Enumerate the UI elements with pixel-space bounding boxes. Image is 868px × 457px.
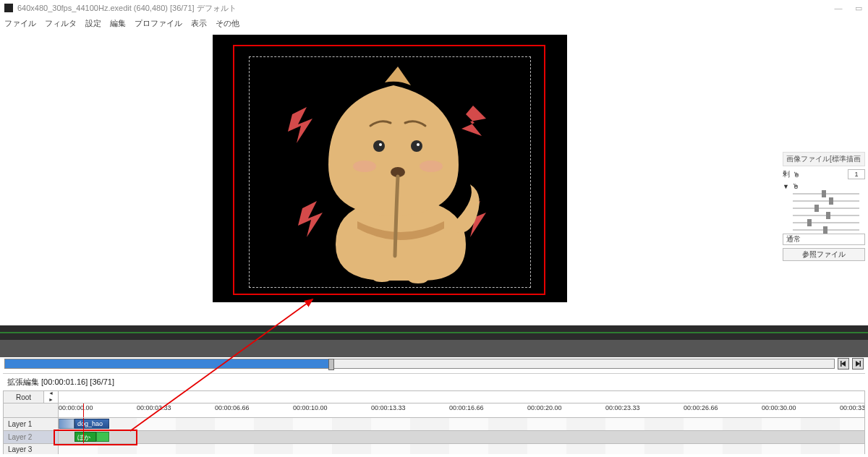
svg-marker-11 — [841, 361, 846, 367]
layer-2-label[interactable]: Layer 2 — [4, 431, 59, 443]
reference-file-button[interactable]: 参照ファイル — [783, 248, 865, 261]
playback-scrubber[interactable] — [4, 359, 835, 369]
svg-point-4 — [373, 140, 385, 152]
scrub-handle[interactable] — [328, 359, 334, 370]
scrub-progress — [5, 359, 328, 368]
scroll-right-icon[interactable]: ► — [44, 397, 59, 403]
menu-file[interactable]: ファイル — [4, 18, 36, 29]
menu-profile[interactable]: プロファイル — [135, 18, 182, 29]
extended-edit-panel: 拡張編集 [00:00:01.16] [36/71] Root ◄ ► 00:0… — [3, 373, 865, 454]
clip-fade[interactable] — [59, 419, 75, 429]
playhead-l2 — [83, 431, 84, 443]
tick-9: 00:00:30.00 — [762, 404, 796, 411]
app-icon — [4, 4, 13, 12]
sliders — [783, 193, 865, 231]
svg-point-8 — [353, 161, 376, 172]
ruler-gutter — [4, 403, 59, 417]
scrubber-row — [0, 357, 868, 370]
slider-3[interactable] — [793, 208, 859, 209]
panel-title: 画像ファイル[標準描画 — [783, 152, 865, 166]
window-title: 640x480_30fps_44100Hz.exedit (640,480) [… — [17, 3, 833, 14]
layer-1-label[interactable]: Layer 1 — [4, 418, 59, 430]
slider-5[interactable] — [793, 222, 859, 223]
preview-area — [0, 30, 780, 325]
tick-5: 00:00:16.66 — [449, 404, 484, 411]
svg-point-9 — [420, 161, 443, 172]
layer-1-track[interactable]: dog_hao — [59, 418, 864, 430]
tick-3: 00:00:10.00 — [293, 404, 328, 411]
menu-bar: ファイル フィルタ 設定 編集 プロファイル 表示 その他 — [0, 16, 868, 30]
clip-bokashi[interactable]: ぼかし — [75, 432, 96, 442]
svg-marker-2 — [298, 201, 323, 237]
playhead-l1 — [83, 418, 84, 430]
clip-dog[interactable]: dog_hao — [75, 419, 109, 429]
slider-1[interactable] — [793, 193, 859, 195]
ext-edit-title: 拡張編集 [00:00:01.16] [36/71] — [3, 374, 865, 390]
menu-settings[interactable]: 設定 — [85, 18, 101, 29]
layer-row-2: Layer 2 ぼかし — [3, 431, 865, 444]
ruler-labels: 00:00:00.00 00:00:03.33 00:00:06.66 00:0… — [59, 403, 864, 417]
blend-mode-select[interactable]: 通常 — [783, 234, 865, 245]
svg-point-6 — [379, 143, 382, 146]
main-area: 画像ファイル[標準描画 剰 🖱 1 ▼ 🖱 通常 参照ファイル — [0, 30, 868, 325]
tick-2: 00:00:06.66 — [215, 404, 250, 411]
svg-rect-12 — [841, 361, 842, 367]
minimize-button[interactable]: — — [833, 4, 843, 13]
layer-row-3: Layer 3 — [3, 444, 865, 454]
step-forward-button[interactable] — [852, 358, 864, 370]
maximize-button[interactable]: ▭ — [854, 4, 864, 13]
svg-marker-13 — [856, 361, 860, 367]
svg-rect-14 — [860, 361, 861, 367]
preview-canvas[interactable] — [213, 35, 567, 302]
split-label: 剰 — [783, 169, 790, 179]
tick-7: 00:00:23.33 — [605, 404, 640, 411]
tick-8: 00:00:26.66 — [684, 404, 718, 411]
time-ruler[interactable]: 00:00:00.00 00:00:03.33 00:00:06.66 00:0… — [3, 403, 865, 418]
dog-illustration — [249, 56, 531, 288]
layer-3-track[interactable] — [59, 444, 864, 454]
properties-panel: 画像ファイル[標準描画 剰 🖱 1 ▼ 🖱 通常 参照ファイル — [780, 30, 868, 325]
svg-point-5 — [411, 140, 422, 152]
tick-1: 00:00:03.33 — [137, 404, 171, 411]
collapse-arrow-icon[interactable]: ▼ — [783, 183, 789, 190]
ext-header: Root ◄ ► — [3, 390, 865, 403]
slider-2[interactable] — [793, 200, 859, 202]
svg-marker-1 — [461, 106, 486, 136]
svg-point-7 — [417, 143, 420, 146]
tick-10: 00:00:33.3 — [840, 404, 864, 411]
layer-row-1: Layer 1 dog_hao — [3, 418, 865, 431]
video-strip — [0, 340, 868, 357]
svg-marker-0 — [288, 107, 312, 143]
menu-view[interactable]: 表示 — [191, 18, 207, 29]
split-row: 剰 🖱 1 — [783, 169, 865, 179]
menu-edit[interactable]: 編集 — [110, 18, 126, 29]
mouse-icon: 🖱 — [793, 171, 800, 179]
menu-filter[interactable]: フィルタ — [45, 18, 77, 29]
slider-4[interactable] — [793, 215, 859, 216]
playhead[interactable] — [83, 403, 84, 417]
tick-6: 00:00:20.00 — [527, 404, 562, 411]
title-bar: 640x480_30fps_44100Hz.exedit (640,480) [… — [0, 0, 868, 16]
layer-2-track[interactable]: ぼかし — [59, 431, 864, 443]
audio-strip — [0, 325, 868, 340]
app-window: 640x480_30fps_44100Hz.exedit (640,480) [… — [0, 0, 868, 457]
menu-other[interactable]: その他 — [216, 18, 239, 29]
layer-3-label[interactable]: Layer 3 — [4, 444, 59, 454]
clip-green2[interactable] — [96, 432, 109, 442]
frame-stepper[interactable]: 1 — [848, 169, 865, 179]
mouse-icon-2: 🖱 — [792, 182, 799, 190]
step-back-button[interactable] — [838, 358, 849, 370]
slider-6[interactable] — [793, 229, 859, 231]
tick-0: 00:00:00.00 — [59, 404, 93, 411]
window-buttons: — ▭ — [833, 4, 864, 13]
root-button[interactable]: Root — [4, 391, 44, 403]
scroll-left-icon[interactable]: ◄ — [44, 390, 59, 397]
tick-4: 00:00:13.33 — [371, 404, 406, 411]
